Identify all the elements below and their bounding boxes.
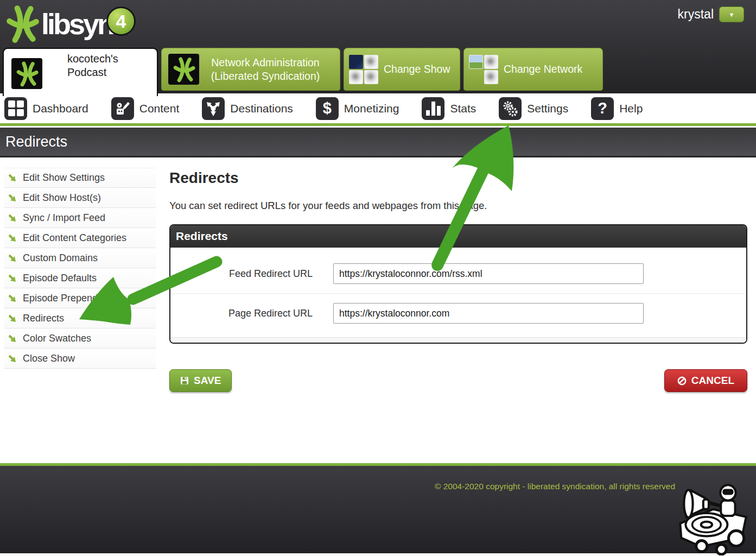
bar-chart-icon — [422, 97, 444, 120]
bullet-arrow-icon — [8, 194, 16, 202]
share-arrows-icon — [202, 97, 225, 120]
page-redirect-row: Page Redirect URL — [170, 293, 746, 337]
feed-redirect-label: Feed Redirect URL — [170, 268, 313, 280]
main-panel: Redirects You can set redirect URLs for … — [156, 157, 756, 463]
libsyn-knot-icon — [4, 4, 40, 43]
tab-change-show[interactable]: Change Show — [344, 48, 460, 91]
libsyn-network-icon — [168, 54, 199, 85]
change-network-icon — [469, 55, 498, 84]
app-header: libsyn 4 krystal ▼ kocotech's Podcast — [0, 0, 756, 93]
nav-monetizing[interactable]: $ Monetizing — [316, 97, 399, 120]
change-show-icon — [349, 55, 378, 84]
user-name: krystal — [678, 7, 714, 22]
nav-help[interactable]: ? Help — [591, 97, 643, 120]
panel-body: Feed Redirect URL Page Redirect URL — [170, 248, 746, 343]
logo-badge-4: 4 — [106, 7, 136, 36]
sidebar-item-custom-domains[interactable]: Custom Domains — [4, 248, 156, 268]
bullet-arrow-icon — [8, 174, 16, 182]
feed-redirect-input[interactable] — [333, 263, 644, 284]
libsyn-logo: libsyn 4 — [0, 0, 136, 43]
content-description: You can set redirect URLs for your feeds… — [169, 200, 747, 212]
tab-label: Network Administration (Liberated Syndic… — [204, 56, 327, 83]
tab-label: Change Network — [504, 62, 582, 75]
sidebar-item-close-show[interactable]: Close Show — [4, 349, 156, 369]
tab-change-network[interactable]: Change Network — [463, 48, 603, 91]
bullet-arrow-icon — [8, 254, 16, 262]
gears-icon — [499, 97, 522, 120]
floppy-disk-icon — [180, 376, 189, 385]
copyright-text: © 2004-2020 copyright - liberated syndic… — [435, 482, 675, 491]
top-bar: libsyn 4 krystal ▼ — [0, 0, 756, 48]
feed-redirect-row: Feed Redirect URL — [170, 248, 746, 293]
nav-stats[interactable]: Stats — [422, 97, 476, 120]
dollar-icon: $ — [316, 97, 339, 120]
page-redirect-label: Page Redirect URL — [170, 308, 313, 319]
content-area: Edit Show Settings Edit Show Host(s) Syn… — [0, 157, 756, 463]
page-redirect-input[interactable] — [333, 303, 644, 324]
sidebar-item-edit-show-hosts[interactable]: Edit Show Host(s) — [4, 188, 156, 208]
bullet-arrow-icon — [8, 314, 16, 323]
tab-label: kocotech's Podcast — [67, 52, 157, 79]
page-title: Redirects — [5, 134, 67, 150]
nav-content[interactable]: Content — [111, 97, 180, 120]
bullet-arrow-icon — [8, 355, 16, 363]
show-tab-bar: kocotech's Podcast Network Administratio… — [0, 48, 756, 93]
question-mark-icon: ? — [591, 97, 614, 120]
movie-camera-icon — [111, 97, 134, 120]
bullet-arrow-icon — [8, 274, 16, 282]
bullet-arrow-icon — [8, 334, 16, 343]
user-menu-button[interactable]: ▼ — [719, 7, 744, 22]
dashboard-grid-icon — [4, 97, 27, 120]
robot-dj-mascot-illustration — [670, 473, 753, 555]
panel-title: Redirects — [170, 225, 746, 248]
nav-dashboard[interactable]: Dashboard — [4, 97, 88, 120]
page-title-bar: Redirects — [0, 128, 756, 157]
tab-label: Change Show — [384, 62, 450, 75]
tab-network-administration[interactable]: Network Administration (Liberated Syndic… — [161, 48, 340, 91]
nav-destinations[interactable]: Destinations — [202, 97, 293, 120]
bullet-arrow-icon — [8, 214, 16, 222]
bullet-arrow-icon — [8, 294, 16, 302]
cancel-button[interactable]: CANCEL — [664, 369, 747, 392]
sidebar-item-episode-prepend[interactable]: Episode Prepend — [4, 288, 156, 308]
sidebar-item-sync-import-feed[interactable]: Sync / Import Feed — [4, 208, 156, 228]
save-button[interactable]: SAVE — [169, 369, 232, 392]
libsyn-show-icon — [11, 58, 42, 89]
nav-settings[interactable]: Settings — [499, 97, 568, 120]
panel-footer-strip — [170, 337, 746, 343]
main-nav: Dashboard Content — [0, 93, 756, 126]
content-heading: Redirects — [169, 169, 747, 187]
sidebar-item-edit-show-settings[interactable]: Edit Show Settings — [4, 168, 156, 188]
tab-current-show[interactable]: kocotech's Podcast — [3, 48, 158, 96]
logo-text: libsyn — [41, 9, 113, 39]
libsyn-app: libsyn 4 krystal ▼ kocotech's Podcast — [0, 0, 756, 556]
settings-sidebar: Edit Show Settings Edit Show Host(s) Syn… — [4, 168, 156, 463]
user-area: krystal ▼ — [678, 0, 756, 22]
sidebar-item-redirects[interactable]: Redirects — [4, 308, 156, 328]
sidebar-item-episode-defaults[interactable]: Episode Defaults — [4, 268, 156, 288]
sidebar-item-color-swatches[interactable]: Color Swatches — [4, 328, 156, 349]
app-footer: © 2004-2020 copyright - liberated syndic… — [0, 463, 756, 553]
sidebar-item-edit-content-categories[interactable]: Edit Content Categories — [4, 228, 156, 248]
redirects-panel: Redirects Feed Redirect URL Page Redirec… — [169, 224, 747, 344]
cancel-prohibition-icon — [677, 376, 687, 386]
bullet-arrow-icon — [8, 234, 16, 242]
chevron-down-icon: ▼ — [729, 11, 735, 18]
action-buttons: SAVE CANCEL — [169, 369, 747, 392]
